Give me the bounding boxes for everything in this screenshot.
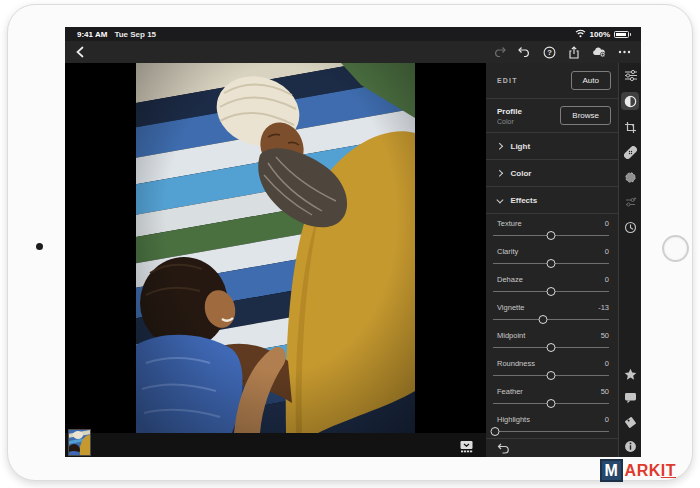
cloud-sync-icon[interactable] — [592, 45, 606, 59]
chevron-icon — [496, 170, 502, 176]
slider-value-highlights: 0 — [605, 415, 609, 424]
healing-brush-icon[interactable] — [621, 144, 639, 160]
slider-label-roundness: Roundness — [497, 359, 535, 368]
front-camera — [36, 243, 43, 250]
reset-row — [486, 438, 618, 457]
slider-label-feather: Feather — [497, 387, 523, 396]
wifi-icon — [575, 29, 586, 40]
more-icon[interactable] — [617, 45, 631, 59]
slider-row-feather: Feather 50 — [486, 382, 618, 410]
adjust-sliders-icon[interactable] — [621, 67, 639, 83]
crop-icon[interactable] — [621, 119, 639, 135]
section-row-color[interactable]: Color — [486, 160, 618, 187]
edit-panel: EDIT Auto Profile Color Browse Light Col… — [486, 63, 618, 457]
comment-icon[interactable] — [621, 390, 639, 406]
slider-value-texture: 0 — [605, 219, 609, 228]
slider-value-roundness: 0 — [605, 359, 609, 368]
slider-label-texture: Texture — [497, 219, 522, 228]
effects-sliders: Texture 0 Clarity 0 Dehaze 0 Vignette -1… — [486, 214, 618, 438]
slider-row-dehaze: Dehaze 0 — [486, 270, 618, 298]
tool-rail — [618, 63, 641, 457]
section-row-effects[interactable]: Effects — [486, 187, 618, 214]
status-time: 9:41 AM — [77, 30, 107, 39]
slider-label-midpoint: Midpoint — [497, 331, 525, 340]
slider-knob[interactable] — [547, 287, 556, 296]
slider-track[interactable] — [493, 291, 609, 292]
slider-knob[interactable] — [547, 343, 556, 352]
slider-track[interactable] — [493, 431, 609, 432]
profile-value: Color — [497, 118, 522, 125]
battery-percent: 100% — [590, 30, 610, 39]
slider-label-dehaze: Dehaze — [497, 275, 523, 284]
panel-sections: Light Color Effects — [486, 133, 618, 214]
star-rating-icon[interactable] — [621, 366, 639, 382]
slider-track[interactable] — [493, 403, 609, 404]
slider-value-dehaze: 0 — [605, 275, 609, 284]
watermark-text-underlined: IT — [661, 462, 676, 479]
slider-label-clarity: Clarity — [497, 247, 518, 256]
slider-knob[interactable] — [547, 259, 556, 268]
slider-row-midpoint: Midpoint 50 — [486, 326, 618, 354]
home-button[interactable] — [662, 235, 689, 262]
presets-icon[interactable] — [621, 194, 639, 210]
help-icon[interactable]: ? — [542, 45, 556, 59]
filmstrip-thumbnail[interactable] — [68, 429, 91, 456]
battery-icon — [614, 31, 629, 38]
slider-value-feather: 50 — [601, 387, 609, 396]
slider-row-texture: Texture 0 — [486, 214, 618, 242]
slider-knob[interactable] — [547, 371, 556, 380]
slider-knob[interactable] — [491, 427, 500, 436]
app-screen: 9:41 AM Tue Sep 15 100% — [65, 27, 641, 457]
edit-label: EDIT — [497, 77, 518, 84]
slider-label-highlights: Highlights — [497, 415, 530, 424]
browse-button[interactable]: Browse — [560, 106, 611, 125]
tag-keyword-icon[interactable] — [621, 414, 639, 430]
photo[interactable] — [136, 63, 415, 433]
chevron-icon — [496, 143, 502, 149]
slider-row-roundness: Roundness 0 — [486, 354, 618, 382]
slider-knob[interactable] — [547, 399, 556, 408]
svg-text:?: ? — [547, 48, 552, 57]
status-bar: 9:41 AM Tue Sep 15 100% — [65, 27, 641, 41]
slider-value-midpoint: 50 — [601, 331, 609, 340]
slider-track[interactable] — [493, 319, 609, 320]
slider-track[interactable] — [493, 347, 609, 348]
filmstrip-bar — [65, 433, 486, 457]
section-label-light: Light — [511, 142, 531, 151]
slider-label-vignette: Vignette — [497, 303, 524, 312]
filmstrip-toggle-icon[interactable] — [459, 439, 474, 452]
slider-knob[interactable] — [538, 315, 547, 324]
undo-icon[interactable] — [517, 45, 531, 59]
watermark-text: ARK — [625, 462, 661, 479]
auto-button[interactable]: Auto — [571, 71, 611, 90]
history-clock-icon[interactable] — [621, 219, 639, 235]
slider-value-clarity: 0 — [605, 247, 609, 256]
profile-label: Profile — [497, 107, 522, 116]
section-row-light[interactable]: Light — [486, 133, 618, 160]
slider-knob[interactable] — [547, 231, 556, 240]
slider-track[interactable] — [493, 235, 609, 236]
top-toolbar: ? — [65, 41, 641, 63]
slider-row-vignette: Vignette -13 — [486, 298, 618, 326]
back-chevron-icon[interactable] — [73, 45, 87, 59]
share-icon[interactable] — [567, 45, 581, 59]
section-label-effects: Effects — [511, 196, 538, 205]
slider-value-vignette: -13 — [598, 303, 609, 312]
slider-row-highlights: Highlights 0 — [486, 410, 618, 438]
chevron-icon — [497, 196, 503, 202]
slider-row-clarity: Clarity 0 — [486, 242, 618, 270]
watermark-logo-box: M — [600, 459, 623, 482]
info-icon[interactable] — [621, 438, 639, 454]
redo-icon[interactable] — [492, 45, 506, 59]
status-date: Tue Sep 15 — [114, 30, 156, 39]
slider-track[interactable] — [493, 375, 609, 376]
selective-edit-icon[interactable] — [621, 169, 639, 185]
slider-track[interactable] — [493, 263, 609, 264]
markit-watermark: M ARKIT — [600, 459, 676, 482]
section-label-color: Color — [511, 169, 532, 178]
reset-icon[interactable] — [497, 442, 510, 454]
edit-tone-icon[interactable] — [621, 92, 639, 110]
ipad-device-frame: 9:41 AM Tue Sep 15 100% — [7, 4, 693, 481]
photo-canvas-area — [65, 63, 486, 457]
